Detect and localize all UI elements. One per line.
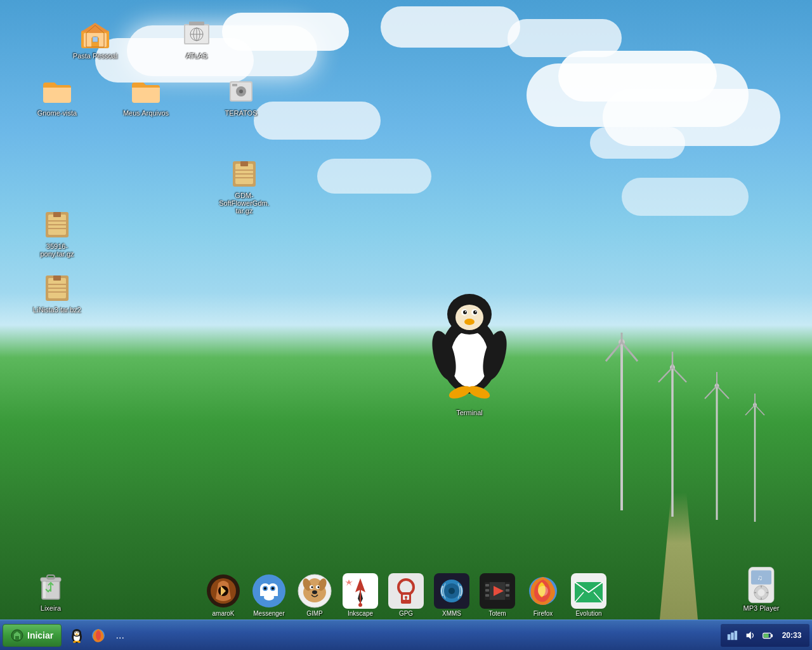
xmms-svg [434,573,469,609]
clock-display: 20:33 [779,631,804,640]
dock-evolution[interactable]: Evolution [568,573,609,617]
icon-teratos[interactable]: TERATOS [216,76,266,117]
archive-icon-svg [229,159,259,189]
icon-35916-pony[interactable]: 35916-pony.tar.gz [32,209,82,258]
archive2-svg [42,209,72,240]
svg-point-21 [450,330,488,387]
svg-point-145 [76,633,78,635]
svg-line-13 [717,386,729,399]
messenger-svg [251,573,287,609]
gimp-svg [297,573,332,609]
dock-gpg[interactable]: GPG [386,573,426,617]
svg-rect-154 [771,634,773,637]
svg-point-26 [463,310,467,314]
svg-point-30 [464,319,475,325]
amarok-svg [206,573,241,609]
svg-rect-124 [485,584,489,587]
amarok-label: amaroK [212,610,234,617]
firefox-label: Firefox [534,610,553,617]
dock-amarok[interactable]: amaroK [203,573,244,617]
teratos-label: TERATOS [225,109,258,117]
svg-rect-37 [89,29,102,33]
svg-line-8 [672,368,686,382]
xmms-label: XMMS [442,610,461,617]
taskbar-quick-launch: ... [67,625,130,646]
icon-linista3[interactable]: LiNista3.tar.bz2 [32,273,82,314]
dock-xmms[interactable]: XMMS [431,573,472,617]
inkscape-svg [343,573,378,609]
wind-turbines [584,333,774,523]
dock-gimp[interactable]: GIMP [294,573,335,617]
svg-point-28 [465,311,466,312]
svg-point-27 [473,310,477,314]
firefox-svg [525,573,561,609]
svg-point-104 [312,590,317,594]
taskbar-tux-icon[interactable] [67,625,87,646]
terminal-icon[interactable]: Terminal [431,279,508,416]
svg-point-132 [538,586,548,596]
gpg-label: GPG [399,610,413,617]
svg-rect-128 [506,589,509,592]
svg-point-109 [358,603,362,607]
svg-rect-149 [728,634,731,640]
svg-point-94 [272,587,274,590]
teratos-icon-svg [226,76,256,107]
svg-rect-136 [15,636,19,639]
mp3-label: MP3 Player [743,604,780,612]
dock: amaroK Messenger [203,573,609,617]
meus-folder-svg [131,76,161,107]
taskbar: Iniciar [0,620,812,650]
trash-icon[interactable]: Lixeira [25,571,76,612]
icon-meus-arquivos[interactable]: Meus Arquivos [121,76,171,117]
clouds-layer [0,0,812,390]
totem-label: Totem [488,610,506,617]
svg-point-29 [475,311,476,312]
start-label: Iniciar [27,630,53,640]
network-tray-icon[interactable] [726,629,738,642]
messenger-label: Messenger [253,610,284,617]
dock-totem[interactable]: Totem [477,573,518,617]
svg-marker-152 [747,631,751,639]
battery-tray-icon[interactable] [761,629,774,642]
volume-svg [744,630,756,641]
desktop: Terminal Pasta Pessoal [0,0,812,650]
linista-label: LiNista3.tar.bz2 [33,306,81,314]
volume-tray-icon[interactable] [743,629,756,642]
svg-rect-45 [189,22,204,25]
svg-point-114 [405,596,407,599]
network-svg [726,630,738,641]
icon-pasta-pessoal[interactable]: Pasta Pessoal [70,19,121,60]
dock-messenger[interactable]: Messenger [249,573,289,617]
svg-rect-155 [764,633,769,637]
svg-rect-151 [735,630,738,639]
svg-line-19 [745,405,755,415]
trash-label: Lixeira [41,604,61,612]
svg-rect-53 [240,161,248,166]
dock-inkscape[interactable]: Inkscape [340,573,381,617]
dock-firefox[interactable]: Firefox [523,573,563,617]
trash-svg [36,571,66,602]
icon-gnome-vista[interactable]: Gnome-vista [32,76,82,117]
atlas-icon-svg [181,19,212,50]
mp3-player-icon[interactable]: ♫ MP3 Player [736,571,787,612]
svg-rect-59 [53,212,61,217]
terminal-label: Terminal [456,409,483,416]
svg-rect-38 [93,37,98,42]
svg-text:♫: ♫ [757,574,763,581]
icon-gdm-soft[interactable]: GDM-SoftFlowerGdm.tar.gz [216,159,273,215]
svg-rect-125 [485,589,489,592]
taskbar-firefox-icon[interactable] [88,625,108,646]
svg-rect-129 [506,594,509,597]
archive3-svg [42,273,72,303]
taskbar-dots[interactable]: ... [110,625,130,646]
svg-line-14 [705,386,717,399]
icon-atlas[interactable]: ATLAS [171,19,222,60]
svg-rect-50 [232,84,237,86]
inkscape-label: Inkscape [348,610,373,617]
svg-line-3 [622,342,638,361]
svg-point-23 [455,305,483,330]
pasta-pessoal-label: Pasta Pessoal [73,52,117,60]
meus-arquivos-label: Meus Arquivos [123,109,169,117]
svg-point-144 [77,632,79,633]
start-button[interactable]: Iniciar [3,624,62,647]
